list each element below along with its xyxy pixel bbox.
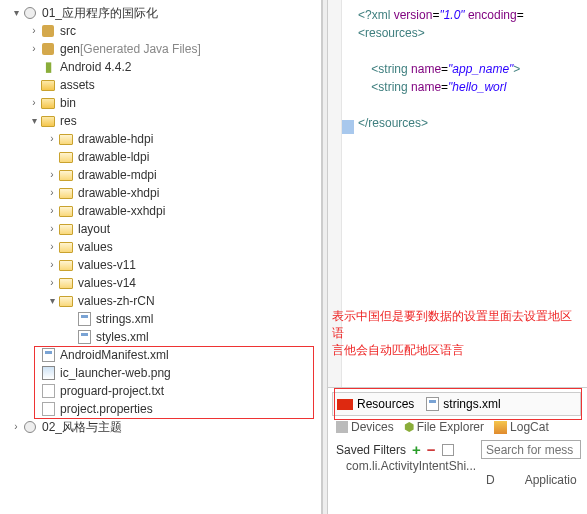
tree-values[interactable]: ›values bbox=[6, 238, 321, 256]
add-filter-button[interactable]: + bbox=[412, 441, 421, 458]
tree-styles-xml[interactable]: styles.xml bbox=[6, 328, 321, 346]
tree-drawable-hdpi[interactable]: ›drawable-hdpi bbox=[6, 130, 321, 148]
remove-filter-button[interactable]: − bbox=[427, 441, 436, 458]
tree-root[interactable]: ▾01_应用程序的国际化 bbox=[6, 4, 321, 22]
tree-res[interactable]: ▾res bbox=[6, 112, 321, 130]
logcat-icon bbox=[494, 421, 507, 434]
tree-project-props[interactable]: project.properties bbox=[6, 400, 321, 418]
project-tree-panel: ▾01_应用程序的国际化 ›src ›gen [Generated Java F… bbox=[0, 0, 322, 514]
xml-file-icon bbox=[424, 396, 440, 412]
edit-filter-button[interactable] bbox=[442, 444, 454, 456]
tree-values-v11[interactable]: ›values-v11 bbox=[6, 256, 321, 274]
tree-assets[interactable]: assets bbox=[6, 76, 321, 94]
tree-drawable-mdpi[interactable]: ›drawable-mdpi bbox=[6, 166, 321, 184]
logcat-filters-row: Saved Filters + − bbox=[328, 438, 587, 459]
tree-root2[interactable]: ›02_风格与主题 bbox=[6, 418, 321, 436]
tree-gen[interactable]: ›gen [Generated Java Files] bbox=[6, 40, 321, 58]
editor-bottom-tabs: Resources strings.xml bbox=[332, 392, 581, 416]
logcat-search-input[interactable] bbox=[481, 440, 581, 459]
tree-proguard[interactable]: proguard-project.txt bbox=[6, 382, 321, 400]
annotation-text: 表示中国但是要到数据的设置里面去设置地区语 言他会自动匹配地区语言 bbox=[332, 308, 583, 359]
tree-manifest[interactable]: AndroidManifest.xml bbox=[6, 346, 321, 364]
tree-drawable-xxhdpi[interactable]: ›drawable-xxhdpi bbox=[6, 202, 321, 220]
tree-bin[interactable]: ›bin bbox=[6, 94, 321, 112]
log-level-header: D bbox=[486, 473, 495, 487]
editor-selection bbox=[342, 120, 354, 134]
code-content: <?xml version="1.0" encoding= <resources… bbox=[358, 6, 587, 132]
editor-panel: <?xml version="1.0" encoding= <resources… bbox=[328, 0, 587, 514]
tree-values-v14[interactable]: ›values-v14 bbox=[6, 274, 321, 292]
tree-strings-xml[interactable]: strings.xml bbox=[6, 310, 321, 328]
tab-resources[interactable]: Resources bbox=[357, 397, 414, 411]
android-icon: ⬢ bbox=[404, 420, 414, 434]
devices-icon bbox=[336, 421, 348, 433]
tab-strings-xml[interactable]: strings.xml bbox=[443, 397, 500, 411]
logcat-view[interactable]: LogCat bbox=[494, 420, 549, 434]
log-app-header: Applicatio bbox=[525, 473, 577, 487]
tree-drawable-xhdpi[interactable]: ›drawable-xhdpi bbox=[6, 184, 321, 202]
tree-drawable-ldpi[interactable]: drawable-ldpi bbox=[6, 148, 321, 166]
xml-editor[interactable]: <?xml version="1.0" encoding= <resources… bbox=[328, 0, 587, 388]
tree-src[interactable]: ›src bbox=[6, 22, 321, 40]
saved-filters-label: Saved Filters bbox=[336, 443, 406, 457]
tree-android[interactable]: ▮Android 4.4.2 bbox=[6, 58, 321, 76]
tree-layout[interactable]: ›layout bbox=[6, 220, 321, 238]
filter-activity-name: com.li.ActivityIntentShi... bbox=[346, 459, 476, 473]
tree-launcher-png[interactable]: ic_launcher-web.png bbox=[6, 364, 321, 382]
tree-values-zh-rcn[interactable]: ▾values-zh-rCN bbox=[6, 292, 321, 310]
filters-list-row[interactable]: com.li.ActivityIntentShi... bbox=[328, 459, 587, 473]
file-explorer-view[interactable]: ⬢File Explorer bbox=[404, 420, 484, 434]
china-flag-icon bbox=[337, 399, 353, 410]
devices-view[interactable]: Devices bbox=[336, 420, 394, 434]
views-toolbar: Devices ⬢File Explorer LogCat bbox=[328, 416, 587, 438]
